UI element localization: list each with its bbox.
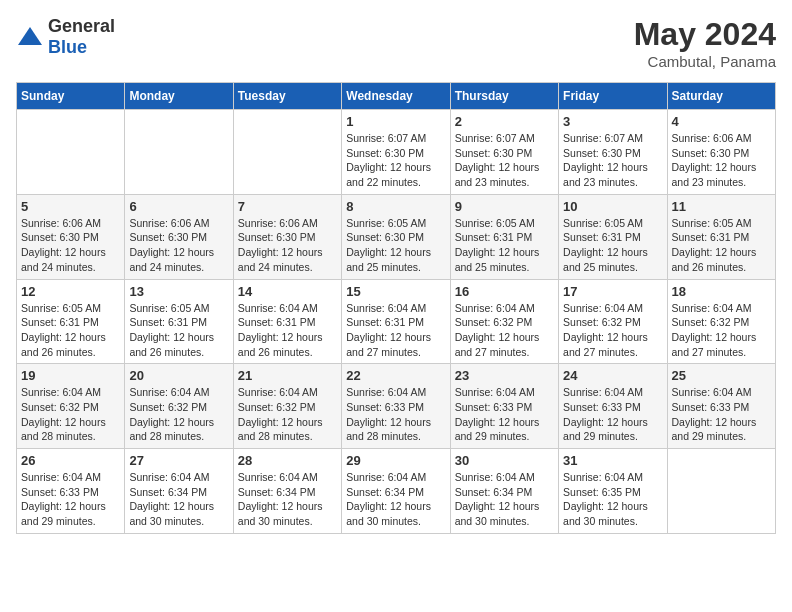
day-number: 5 bbox=[21, 199, 120, 214]
calendar-cell: 7Sunrise: 6:06 AM Sunset: 6:30 PM Daylig… bbox=[233, 194, 341, 279]
day-number: 28 bbox=[238, 453, 337, 468]
day-number: 17 bbox=[563, 284, 662, 299]
title-block: May 2024 Cambutal, Panama bbox=[634, 16, 776, 70]
day-number: 19 bbox=[21, 368, 120, 383]
day-info: Sunrise: 6:04 AM Sunset: 6:34 PM Dayligh… bbox=[129, 470, 228, 529]
calendar-cell: 28Sunrise: 6:04 AM Sunset: 6:34 PM Dayli… bbox=[233, 449, 341, 534]
calendar-week-5: 26Sunrise: 6:04 AM Sunset: 6:33 PM Dayli… bbox=[17, 449, 776, 534]
calendar-cell: 2Sunrise: 6:07 AM Sunset: 6:30 PM Daylig… bbox=[450, 110, 558, 195]
col-header-monday: Monday bbox=[125, 83, 233, 110]
day-number: 24 bbox=[563, 368, 662, 383]
calendar-cell: 19Sunrise: 6:04 AM Sunset: 6:32 PM Dayli… bbox=[17, 364, 125, 449]
day-info: Sunrise: 6:04 AM Sunset: 6:34 PM Dayligh… bbox=[346, 470, 445, 529]
calendar-cell: 29Sunrise: 6:04 AM Sunset: 6:34 PM Dayli… bbox=[342, 449, 450, 534]
day-number: 9 bbox=[455, 199, 554, 214]
day-info: Sunrise: 6:07 AM Sunset: 6:30 PM Dayligh… bbox=[346, 131, 445, 190]
day-number: 15 bbox=[346, 284, 445, 299]
day-info: Sunrise: 6:06 AM Sunset: 6:30 PM Dayligh… bbox=[129, 216, 228, 275]
day-info: Sunrise: 6:05 AM Sunset: 6:31 PM Dayligh… bbox=[672, 216, 771, 275]
col-header-thursday: Thursday bbox=[450, 83, 558, 110]
calendar-cell: 11Sunrise: 6:05 AM Sunset: 6:31 PM Dayli… bbox=[667, 194, 775, 279]
day-info: Sunrise: 6:04 AM Sunset: 6:32 PM Dayligh… bbox=[455, 301, 554, 360]
calendar-cell: 31Sunrise: 6:04 AM Sunset: 6:35 PM Dayli… bbox=[559, 449, 667, 534]
day-number: 4 bbox=[672, 114, 771, 129]
day-number: 29 bbox=[346, 453, 445, 468]
day-info: Sunrise: 6:04 AM Sunset: 6:32 PM Dayligh… bbox=[563, 301, 662, 360]
day-info: Sunrise: 6:04 AM Sunset: 6:33 PM Dayligh… bbox=[672, 385, 771, 444]
calendar-cell: 8Sunrise: 6:05 AM Sunset: 6:30 PM Daylig… bbox=[342, 194, 450, 279]
day-info: Sunrise: 6:04 AM Sunset: 6:32 PM Dayligh… bbox=[21, 385, 120, 444]
day-info: Sunrise: 6:04 AM Sunset: 6:31 PM Dayligh… bbox=[346, 301, 445, 360]
calendar-table: SundayMondayTuesdayWednesdayThursdayFrid… bbox=[16, 82, 776, 534]
svg-marker-0 bbox=[18, 27, 42, 45]
calendar-cell: 30Sunrise: 6:04 AM Sunset: 6:34 PM Dayli… bbox=[450, 449, 558, 534]
day-info: Sunrise: 6:06 AM Sunset: 6:30 PM Dayligh… bbox=[672, 131, 771, 190]
day-number: 26 bbox=[21, 453, 120, 468]
calendar-cell: 4Sunrise: 6:06 AM Sunset: 6:30 PM Daylig… bbox=[667, 110, 775, 195]
col-header-sunday: Sunday bbox=[17, 83, 125, 110]
calendar-cell: 1Sunrise: 6:07 AM Sunset: 6:30 PM Daylig… bbox=[342, 110, 450, 195]
calendar-cell: 14Sunrise: 6:04 AM Sunset: 6:31 PM Dayli… bbox=[233, 279, 341, 364]
calendar-cell: 5Sunrise: 6:06 AM Sunset: 6:30 PM Daylig… bbox=[17, 194, 125, 279]
calendar-cell bbox=[233, 110, 341, 195]
day-number: 23 bbox=[455, 368, 554, 383]
day-number: 14 bbox=[238, 284, 337, 299]
calendar-title: May 2024 bbox=[634, 16, 776, 53]
day-number: 18 bbox=[672, 284, 771, 299]
day-number: 10 bbox=[563, 199, 662, 214]
day-number: 11 bbox=[672, 199, 771, 214]
calendar-cell: 15Sunrise: 6:04 AM Sunset: 6:31 PM Dayli… bbox=[342, 279, 450, 364]
day-info: Sunrise: 6:04 AM Sunset: 6:32 PM Dayligh… bbox=[238, 385, 337, 444]
day-info: Sunrise: 6:04 AM Sunset: 6:35 PM Dayligh… bbox=[563, 470, 662, 529]
calendar-cell: 12Sunrise: 6:05 AM Sunset: 6:31 PM Dayli… bbox=[17, 279, 125, 364]
col-header-friday: Friday bbox=[559, 83, 667, 110]
calendar-cell bbox=[125, 110, 233, 195]
calendar-cell: 24Sunrise: 6:04 AM Sunset: 6:33 PM Dayli… bbox=[559, 364, 667, 449]
calendar-cell: 10Sunrise: 6:05 AM Sunset: 6:31 PM Dayli… bbox=[559, 194, 667, 279]
calendar-cell: 26Sunrise: 6:04 AM Sunset: 6:33 PM Dayli… bbox=[17, 449, 125, 534]
col-header-saturday: Saturday bbox=[667, 83, 775, 110]
day-number: 13 bbox=[129, 284, 228, 299]
calendar-cell: 18Sunrise: 6:04 AM Sunset: 6:32 PM Dayli… bbox=[667, 279, 775, 364]
day-number: 22 bbox=[346, 368, 445, 383]
day-number: 31 bbox=[563, 453, 662, 468]
col-header-wednesday: Wednesday bbox=[342, 83, 450, 110]
logo-general: General bbox=[48, 16, 115, 36]
day-info: Sunrise: 6:07 AM Sunset: 6:30 PM Dayligh… bbox=[455, 131, 554, 190]
day-info: Sunrise: 6:04 AM Sunset: 6:33 PM Dayligh… bbox=[563, 385, 662, 444]
day-number: 6 bbox=[129, 199, 228, 214]
logo: General Blue bbox=[16, 16, 115, 58]
day-info: Sunrise: 6:04 AM Sunset: 6:33 PM Dayligh… bbox=[21, 470, 120, 529]
calendar-week-4: 19Sunrise: 6:04 AM Sunset: 6:32 PM Dayli… bbox=[17, 364, 776, 449]
day-info: Sunrise: 6:04 AM Sunset: 6:33 PM Dayligh… bbox=[346, 385, 445, 444]
day-info: Sunrise: 6:05 AM Sunset: 6:31 PM Dayligh… bbox=[455, 216, 554, 275]
calendar-week-2: 5Sunrise: 6:06 AM Sunset: 6:30 PM Daylig… bbox=[17, 194, 776, 279]
calendar-cell: 9Sunrise: 6:05 AM Sunset: 6:31 PM Daylig… bbox=[450, 194, 558, 279]
calendar-cell bbox=[667, 449, 775, 534]
calendar-cell: 23Sunrise: 6:04 AM Sunset: 6:33 PM Dayli… bbox=[450, 364, 558, 449]
day-info: Sunrise: 6:05 AM Sunset: 6:31 PM Dayligh… bbox=[129, 301, 228, 360]
day-info: Sunrise: 6:04 AM Sunset: 6:34 PM Dayligh… bbox=[455, 470, 554, 529]
calendar-cell: 13Sunrise: 6:05 AM Sunset: 6:31 PM Dayli… bbox=[125, 279, 233, 364]
day-number: 30 bbox=[455, 453, 554, 468]
day-info: Sunrise: 6:04 AM Sunset: 6:34 PM Dayligh… bbox=[238, 470, 337, 529]
day-number: 12 bbox=[21, 284, 120, 299]
day-number: 27 bbox=[129, 453, 228, 468]
day-number: 1 bbox=[346, 114, 445, 129]
calendar-cell: 16Sunrise: 6:04 AM Sunset: 6:32 PM Dayli… bbox=[450, 279, 558, 364]
day-number: 7 bbox=[238, 199, 337, 214]
col-header-tuesday: Tuesday bbox=[233, 83, 341, 110]
day-info: Sunrise: 6:04 AM Sunset: 6:32 PM Dayligh… bbox=[129, 385, 228, 444]
logo-blue: Blue bbox=[48, 37, 87, 57]
day-number: 3 bbox=[563, 114, 662, 129]
calendar-cell: 25Sunrise: 6:04 AM Sunset: 6:33 PM Dayli… bbox=[667, 364, 775, 449]
logo-icon bbox=[16, 23, 44, 51]
day-number: 20 bbox=[129, 368, 228, 383]
day-info: Sunrise: 6:06 AM Sunset: 6:30 PM Dayligh… bbox=[21, 216, 120, 275]
day-info: Sunrise: 6:04 AM Sunset: 6:33 PM Dayligh… bbox=[455, 385, 554, 444]
day-number: 8 bbox=[346, 199, 445, 214]
calendar-cell: 17Sunrise: 6:04 AM Sunset: 6:32 PM Dayli… bbox=[559, 279, 667, 364]
calendar-cell: 27Sunrise: 6:04 AM Sunset: 6:34 PM Dayli… bbox=[125, 449, 233, 534]
day-info: Sunrise: 6:05 AM Sunset: 6:31 PM Dayligh… bbox=[21, 301, 120, 360]
day-info: Sunrise: 6:06 AM Sunset: 6:30 PM Dayligh… bbox=[238, 216, 337, 275]
